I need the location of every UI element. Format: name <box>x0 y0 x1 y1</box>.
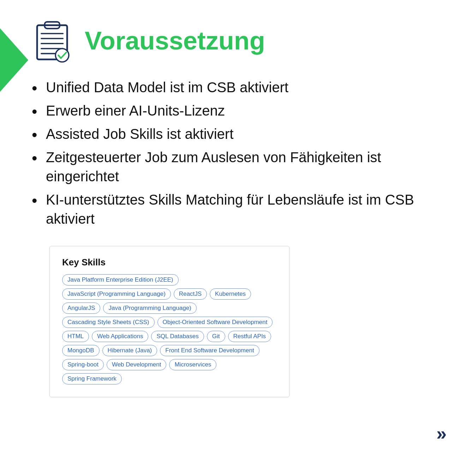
next-chevron-icon[interactable]: » <box>436 423 444 444</box>
page-title: Voraussetzung <box>85 26 265 55</box>
skills-card-title: Key Skills <box>62 257 277 268</box>
bullet-item: Zeitgesteuerter Job zum Auslesen von Fäh… <box>32 148 445 186</box>
skill-tag: Restful APIs <box>228 331 272 342</box>
skill-tag: Front End Software Development <box>160 345 259 356</box>
prerequisite-list: Unified Data Model ist im CSB aktiviertE… <box>32 78 445 228</box>
skill-tag: Web Development <box>107 359 167 370</box>
header-section: Voraussetzung <box>32 18 445 64</box>
skill-tag: JavaScript (Programming Language) <box>62 288 171 300</box>
clipboard-icon <box>32 18 74 64</box>
bullet-item: Erwerb einer AI-Units-Lizenz <box>32 101 445 120</box>
skills-tags-container: Java Platform Enterprise Edition (J2EE)J… <box>62 274 277 384</box>
skill-tag: Web Applications <box>92 331 148 342</box>
skill-tag: Object-Oriented Software Development <box>157 317 273 328</box>
skill-tag: AngularJS <box>62 302 100 314</box>
skill-tag: Git <box>207 331 225 342</box>
bullet-item: Assisted Job Skills ist aktiviert <box>32 124 445 143</box>
skill-tag: Kubernetes <box>210 288 251 300</box>
skill-tag: Java Platform Enterprise Edition (J2EE) <box>62 274 179 286</box>
skill-tag: Cascading Style Sheets (CSS) <box>62 317 155 328</box>
bullet-item: Unified Data Model ist im CSB aktiviert <box>32 78 445 97</box>
left-triangle-decoration <box>0 28 28 92</box>
skill-tag: Hibernate (Java) <box>102 345 157 356</box>
skill-tag: MongoDB <box>62 345 100 356</box>
skill-tag: Spring-boot <box>62 359 104 370</box>
main-container: Voraussetzung Unified Data Model ist im … <box>32 18 445 397</box>
skill-tag: Java (Programming Language) <box>103 302 196 314</box>
skill-tag: Spring Framework <box>62 373 122 384</box>
svg-point-7 <box>55 48 69 62</box>
skill-tag: ReactJS <box>174 288 207 300</box>
skill-tag: Microservices <box>169 359 216 370</box>
key-skills-card: Key Skills Java Platform Enterprise Edit… <box>49 246 290 397</box>
skill-tag: SQL Databases <box>151 331 204 342</box>
skill-tag: HTML <box>62 331 89 342</box>
bullet-item: KI-unterstütztes Skills Matching für Leb… <box>32 190 445 228</box>
